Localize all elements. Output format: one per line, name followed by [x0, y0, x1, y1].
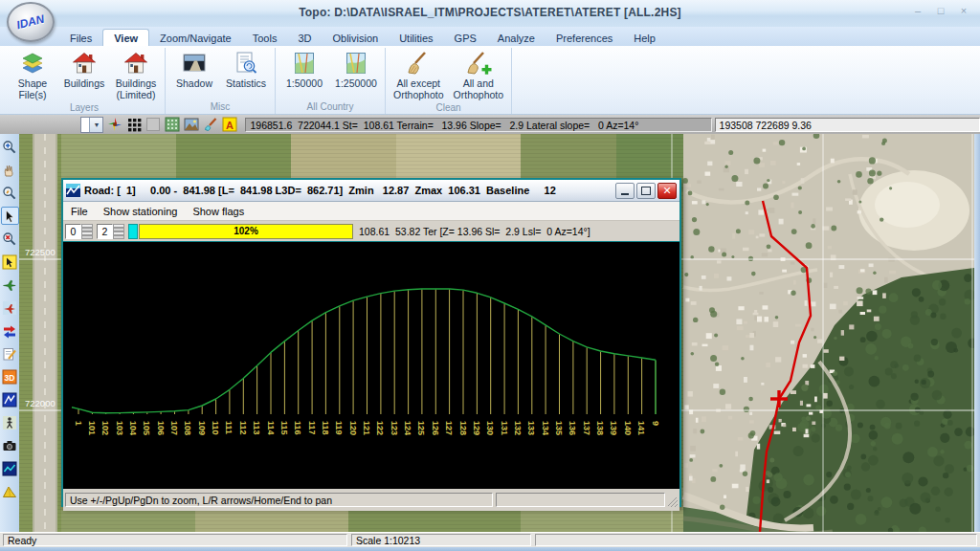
- idan-logo: IDAN: [7, 2, 55, 42]
- ribbon-button-label: Buildings: [64, 77, 105, 89]
- road-menu-show-stationing[interactable]: Show stationing: [96, 204, 186, 219]
- camera-icon[interactable]: [1, 436, 19, 454]
- menu-bar: FilesViewZoom/NavigateTools3DOblivisionU…: [0, 27, 980, 46]
- maximize-button-icon[interactable]: □: [934, 5, 947, 16]
- chevron-down-icon[interactable]: ▼: [89, 118, 102, 132]
- label-a-icon[interactable]: A: [222, 117, 237, 132]
- ribbon-button-buildings[interactable]: Buildings: [59, 49, 109, 90]
- clean-broom-icon: [405, 50, 432, 77]
- svg-text:106: 106: [156, 421, 166, 435]
- svg-text:127: 127: [444, 421, 454, 435]
- pick-info-icon[interactable]: [1, 253, 19, 271]
- menu-tools[interactable]: Tools: [242, 30, 288, 46]
- road-menu-file[interactable]: File: [63, 204, 96, 219]
- ribbon-button-statistics[interactable]: Statistics: [221, 49, 271, 90]
- svg-text:103: 103: [115, 421, 124, 435]
- map-scale-icon: [291, 50, 318, 77]
- svg-text:131: 131: [500, 421, 509, 435]
- road-window-titlebar[interactable]: Road: [ 1] 0.00 - 841.98 [L= 841.98 L3D=…: [63, 180, 679, 202]
- menu-view[interactable]: View: [102, 29, 149, 46]
- minimize-button-icon[interactable]: –: [911, 5, 924, 16]
- ribbon-button-label: Shadow: [176, 77, 212, 89]
- road-profile-window[interactable]: Road: [ 1] 0.00 - 841.98 [L= 841.98 L3D=…: [61, 178, 681, 507]
- menu-zoom-navigate[interactable]: Zoom/Navigate: [149, 30, 242, 46]
- ribbon-button-shadow[interactable]: Shadow: [169, 49, 219, 90]
- resize-grip[interactable]: [668, 497, 678, 507]
- svg-text:110: 110: [211, 421, 220, 435]
- terrain-pyramid-icon[interactable]: [1, 482, 19, 500]
- spinner-right-value[interactable]: 2: [97, 224, 113, 239]
- select-cursor-icon[interactable]: [1, 207, 19, 225]
- svg-text:129: 129: [472, 421, 481, 435]
- brush-icon[interactable]: [203, 117, 218, 132]
- shapefile-layers-icon: [19, 50, 46, 77]
- zoom-cancel-icon[interactable]: [1, 230, 19, 248]
- ribbon-group-all-country: 1:500001:250000All Country: [276, 48, 386, 114]
- menu-preferences[interactable]: Preferences: [546, 30, 623, 46]
- menu-files[interactable]: Files: [59, 30, 102, 46]
- menu-analyze[interactable]: Analyze: [487, 30, 546, 46]
- vegetation-pattern-icon[interactable]: [165, 117, 180, 132]
- spinner-up-button[interactable]: [81, 224, 93, 231]
- pan-hand-icon[interactable]: [1, 161, 19, 179]
- notes-icon[interactable]: [1, 344, 19, 363]
- disabled-square-icon[interactable]: [145, 117, 161, 132]
- spinner-up-button[interactable]: [113, 224, 124, 231]
- menu-utilities[interactable]: Utilities: [389, 30, 443, 46]
- statistics-doc-icon: [233, 50, 259, 77]
- ribbon-button-label: All and Orthophoto: [454, 77, 504, 100]
- svg-text:118: 118: [321, 421, 330, 435]
- profile-tool-icon[interactable]: [1, 459, 19, 477]
- svg-text:134: 134: [541, 421, 550, 435]
- svg-text:1: 1: [74, 421, 83, 426]
- spinner-down-button[interactable]: [113, 231, 124, 239]
- buildings-house-icon: [71, 50, 98, 77]
- menu-3d[interactable]: 3D: [287, 30, 322, 46]
- profile-chart[interactable]: 1101102103104105106107108109110111112113…: [63, 241, 679, 489]
- svg-text:112: 112: [238, 421, 248, 435]
- menu-help[interactable]: Help: [623, 30, 666, 46]
- ribbon-button-1-50000[interactable]: 1:50000: [279, 49, 329, 90]
- close-button-icon[interactable]: ×: [957, 5, 970, 16]
- road-window-status-extra: [496, 493, 665, 507]
- ribbon-group-clean: All except OrthophotoAll and OrthophotoC…: [386, 48, 512, 114]
- airplane-view-icon[interactable]: [1, 298, 19, 317]
- ribbon-button-shape-file-s[interactable]: Shape File(s): [8, 49, 57, 101]
- title-bar[interactable]: Topo: D:\DATA\ISRAEL_ITM\PROJECTS\ATERET…: [0, 0, 980, 28]
- road-minimize-button[interactable]: [615, 183, 635, 199]
- ribbon-button-buildings-limited[interactable]: Buildings (Limited): [111, 49, 161, 101]
- menu-oblivision[interactable]: Oblivision: [322, 30, 389, 46]
- svg-text:3D: 3D: [5, 372, 15, 382]
- compass-rose-icon[interactable]: [107, 117, 122, 132]
- airplane-green-icon[interactable]: [1, 276, 19, 294]
- road-close-button[interactable]: ✕: [657, 183, 677, 199]
- status-bar: Ready Scale 1:10213: [0, 532, 980, 547]
- map-scale-icon: [343, 50, 369, 77]
- blue-figure-icon[interactable]: [1, 390, 19, 408]
- status-extra: [535, 534, 977, 546]
- svg-text:140: 140: [623, 421, 633, 435]
- layer-combobox[interactable]: ▼: [80, 117, 103, 133]
- three-d-icon[interactable]: 3D: [1, 367, 19, 386]
- ribbon-button-all-except-orthophoto[interactable]: All except Orthophoto: [390, 49, 448, 101]
- ribbon-button-all-and-orthophoto[interactable]: All and Orthophoto: [450, 49, 508, 101]
- profile-chart-canvas[interactable]: 1101102103104105106107108109110111112113…: [63, 242, 679, 489]
- svg-text:123: 123: [390, 421, 399, 435]
- zoom-dynamic-icon[interactable]: [1, 184, 19, 202]
- grid-icon[interactable]: [126, 117, 142, 132]
- orthophoto-icon[interactable]: [184, 117, 199, 132]
- spinner-left[interactable]: 0: [65, 224, 93, 239]
- ribbon-button-1-250000[interactable]: 1:250000: [331, 49, 381, 90]
- spinner-right[interactable]: 2: [97, 224, 124, 239]
- road-menu-show-flags[interactable]: Show flags: [185, 204, 252, 219]
- spinner-left-value[interactable]: 0: [65, 224, 81, 239]
- arrows-red-blue-icon[interactable]: [1, 321, 19, 340]
- ribbon-group-title: Misc: [169, 100, 271, 114]
- road-maximize-button[interactable]: [636, 183, 656, 199]
- road-window-menubar: FileShow stationingShow flags: [63, 202, 679, 221]
- zoom-in-icon[interactable]: [1, 138, 19, 156]
- walker-icon[interactable]: [1, 413, 19, 431]
- spinner-down-button[interactable]: [81, 231, 93, 239]
- road-window-title: Road: [ 1] 0.00 - 841.98 [L= 841.98 L3D=…: [84, 185, 613, 196]
- menu-gps[interactable]: GPS: [444, 30, 487, 46]
